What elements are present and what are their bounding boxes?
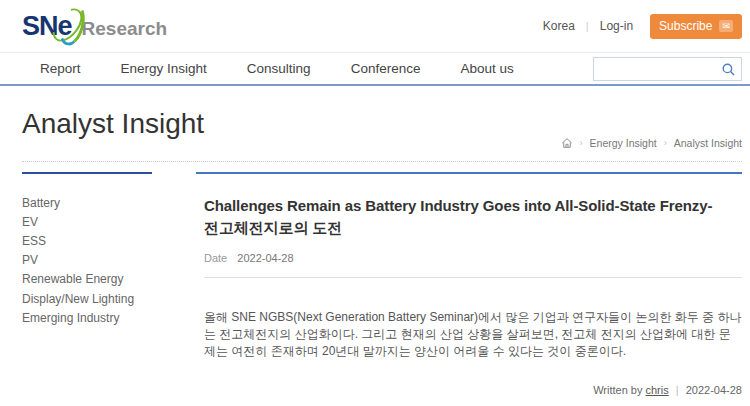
- byline-date: 2022-04-28: [686, 384, 742, 396]
- article-title: Challenges Remain as Battery Industry Go…: [204, 195, 742, 239]
- dotted-divider: [22, 161, 742, 162]
- category-sidebar: Battery EV ESS PV Renewable Energy Displ…: [22, 172, 152, 402]
- sidebar-item-pv[interactable]: PV: [22, 251, 152, 270]
- search-box: [593, 57, 742, 81]
- article-byline: Written by chris | 2022-04-28: [593, 384, 742, 396]
- article-title-ko: 전고체전지로의 도전: [204, 219, 342, 236]
- nav-item-report[interactable]: Report: [40, 61, 81, 76]
- article-date: Date 2022-04-28: [204, 252, 742, 264]
- article-panel: Challenges Remain as Battery Industry Go…: [196, 172, 742, 402]
- sidebar-item-ev[interactable]: EV: [22, 212, 152, 231]
- mail-icon: ✉: [719, 20, 733, 32]
- category-list: Battery EV ESS PV Renewable Energy Displ…: [22, 193, 152, 327]
- divider: |: [586, 20, 589, 32]
- breadcrumb-analyst-insight[interactable]: Analyst Insight: [674, 137, 742, 149]
- date-label: Date: [204, 252, 227, 264]
- subscribe-button[interactable]: Subscribe ✉: [650, 14, 742, 39]
- sidebar-item-display-new-lighting[interactable]: Display/New Lighting: [22, 289, 152, 308]
- nav-item-conference[interactable]: Conference: [351, 61, 421, 76]
- article-title-en: Challenges Remain as Battery Industry Go…: [204, 195, 742, 217]
- sidebar-item-ess[interactable]: ESS: [22, 231, 152, 250]
- korea-link[interactable]: Korea: [543, 19, 575, 33]
- article-body: 올해 SNE NGBS(Next Generation Battery Semi…: [204, 309, 742, 361]
- byline-separator: |: [676, 384, 679, 396]
- subscribe-label: Subscribe: [659, 19, 712, 33]
- page-header: Analyst Insight › Energy Insight › Analy…: [0, 86, 750, 162]
- nav-items: Report Energy Insight Consulting Confere…: [40, 61, 514, 76]
- logo-globe-icon: e: [58, 11, 72, 42]
- breadcrumb-separator: ›: [580, 138, 583, 148]
- nav-item-energy-insight[interactable]: Energy Insight: [121, 61, 207, 76]
- sidebar-item-battery[interactable]: Battery: [22, 193, 152, 212]
- content-area: Battery EV ESS PV Renewable Energy Displ…: [0, 162, 750, 402]
- home-icon[interactable]: [561, 137, 573, 149]
- breadcrumb: › Energy Insight › Analyst Insight: [561, 137, 742, 149]
- nav-item-consulting[interactable]: Consulting: [247, 61, 311, 76]
- article-divider: [204, 277, 742, 278]
- breadcrumb-energy-insight[interactable]: Energy Insight: [590, 137, 657, 149]
- logo-sne-text: SNe: [22, 11, 72, 42]
- author-link[interactable]: chris: [646, 384, 669, 396]
- page-title: Analyst Insight: [22, 108, 204, 140]
- login-link[interactable]: Log-in: [600, 19, 633, 33]
- sne-research-logo[interactable]: SNe Research: [22, 11, 167, 42]
- written-by-label: Written by: [593, 384, 642, 396]
- top-utility-links: Korea | Log-in Subscribe ✉: [543, 14, 742, 39]
- top-bar: SNe Research Korea | Log-in Subscribe ✉: [0, 0, 750, 52]
- breadcrumb-separator: ›: [664, 138, 667, 148]
- search-icon: [722, 63, 735, 76]
- sidebar-item-renewable-energy[interactable]: Renewable Energy: [22, 270, 152, 289]
- search-input[interactable]: [594, 58, 722, 80]
- nav-item-about-us[interactable]: About us: [460, 61, 513, 76]
- main-navigation: Report Energy Insight Consulting Confere…: [0, 52, 750, 86]
- sidebar-item-emerging-industry[interactable]: Emerging Industry: [22, 308, 152, 327]
- logo-research-text: Research: [82, 18, 168, 40]
- search-button[interactable]: [722, 63, 741, 76]
- date-value: 2022-04-28: [237, 252, 293, 264]
